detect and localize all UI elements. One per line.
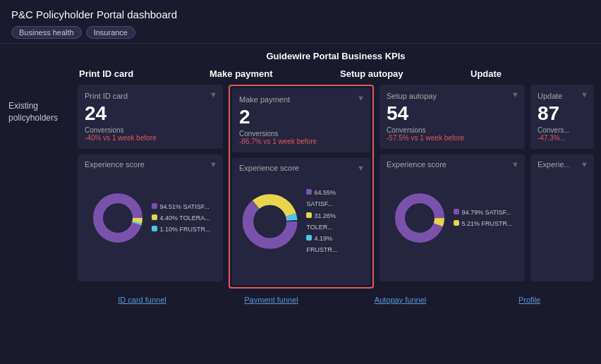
footer-link-id-card-funnel[interactable]: ID card funnel <box>78 293 207 307</box>
card-print-id-conversions: ▼ Print ID card 24 Conversions -40% vs 1… <box>78 85 223 149</box>
score-title-print-id: Experience score <box>85 160 145 169</box>
col-header-update: Update <box>469 68 594 82</box>
card-update-number: 87 <box>538 103 587 125</box>
score-title-update: Experie... <box>538 160 570 169</box>
filter-icon-score-update[interactable]: ▼ <box>581 160 588 169</box>
footer-link-profile[interactable]: Profile <box>465 293 594 307</box>
donut-chart-print-id <box>90 190 146 246</box>
card-update-conversions: ▼ Update 87 Convers... -47.3%... <box>530 85 594 149</box>
filter-icon-score-print-id[interactable]: ▼ <box>210 160 217 169</box>
donut-legend-print-id: 94.51% SATISF... 4.40% TOLERA... 1.10% F… <box>152 201 210 236</box>
main-container: Existingpolicyholders Guidewire Portal B… <box>0 44 601 364</box>
card-print-id-change: -40% vs 1 week before <box>85 134 216 142</box>
card-setup-autopay-number: 54 <box>387 103 518 125</box>
tag-business-health[interactable]: Business health <box>11 26 82 39</box>
highlight-wrapper: ▼ Make payment 2 Conversions -86.7% vs 1… <box>229 85 374 289</box>
donut-wrapper-setup-autopay: 94.79% SATISF... 5.21% FRUSTR... <box>391 190 512 246</box>
score-title-make-payment: Experience score <box>239 164 299 172</box>
card-update-title: Update <box>538 92 587 100</box>
filter-icon-make-payment[interactable]: ▼ <box>357 94 365 102</box>
sidebar-label: Existingpolicyholders <box>8 100 78 124</box>
card-setup-autopay-title: Setup autopay <box>387 92 518 100</box>
donut-chart-setup-autopay <box>391 190 448 246</box>
filter-icon-score-setup-autopay[interactable]: ▼ <box>511 160 519 169</box>
card-update-change: -47.3%... <box>538 134 587 142</box>
footer-link-payment-funnel[interactable]: Payment funnel <box>207 293 336 307</box>
tag-list: Business health Insurance <box>11 26 590 39</box>
sidebar: Existingpolicyholders <box>0 44 78 364</box>
col-header-label-make-payment: Make payment <box>208 68 333 79</box>
score-title-setup-autopay: Experience score <box>387 160 447 169</box>
col-header-label-update: Update <box>469 68 594 79</box>
svg-point-3 <box>104 204 132 232</box>
footer-links: ID card funnel Payment funnel Autopay fu… <box>78 293 594 307</box>
col-header-setup-autopay: Setup autopay <box>339 68 463 82</box>
column-print-id: ▼ Print ID card 24 Conversions -40% vs 1… <box>78 85 223 289</box>
donut-wrapper-print-id: 94.51% SATISF... 4.40% TOLERA... 1.10% F… <box>90 190 210 246</box>
col-header-print-id: Print ID card <box>78 68 202 82</box>
card-make-payment-subtitle: Conversions <box>239 130 363 138</box>
filter-icon-update[interactable]: ▼ <box>581 90 588 99</box>
filter-icon-score-make-payment[interactable]: ▼ <box>357 164 365 172</box>
svg-point-7 <box>253 205 286 238</box>
col-header-label-print-id: Print ID card <box>78 68 202 79</box>
donut-legend-setup-autopay: 94.79% SATISF... 5.21% FRUSTR... <box>454 207 512 229</box>
score-card-print-id: ▼ Experience score 94.51% SATISF... 4.40… <box>78 154 223 281</box>
content-area: Guidewire Portal Business KPIs Print ID … <box>78 44 601 364</box>
tag-insurance[interactable]: Insurance <box>86 26 135 39</box>
card-make-payment-title: Make payment <box>239 95 363 104</box>
column-headers-row: Print ID card Make payment Setup autopay… <box>78 68 594 82</box>
card-print-id-subtitle: Conversions <box>85 126 216 134</box>
donut-chart-make-payment <box>239 190 300 253</box>
section-title: Guidewire Portal Business KPIs <box>78 51 594 61</box>
page-title: P&C Policyholder Portal dashboard <box>11 8 590 20</box>
card-print-id-number: 24 <box>85 103 216 125</box>
filter-icon-print-id[interactable]: ▼ <box>210 90 217 99</box>
column-update: ▼ Update 87 Convers... -47.3%... ▼ Exper… <box>530 85 594 289</box>
col-header-label-setup-autopay: Setup autopay <box>339 68 463 79</box>
card-print-id-title: Print ID card <box>85 92 216 100</box>
score-card-make-payment: ▼ Experience score <box>232 158 370 285</box>
score-card-update: ▼ Experie... <box>530 154 594 281</box>
column-setup-autopay: ▼ Setup autopay 54 Conversions -57.5% vs… <box>380 85 525 289</box>
card-make-payment-conversions: ▼ Make payment 2 Conversions -86.7% vs 1… <box>232 88 370 152</box>
card-update-subtitle: Convers... <box>538 126 587 134</box>
card-make-payment-change: -86.7% vs 1 week before <box>239 138 363 145</box>
card-setup-autopay-conversions: ▼ Setup autopay 54 Conversions -57.5% vs… <box>380 85 525 149</box>
card-setup-autopay-change: -57.5% vs 1 week before <box>387 134 518 142</box>
score-card-setup-autopay: ▼ Experience score 94.79% SATISF... 5.21… <box>380 154 525 281</box>
filter-icon-setup-autopay[interactable]: ▼ <box>511 90 519 99</box>
card-setup-autopay-subtitle: Conversions <box>387 126 518 134</box>
col-header-make-payment: Make payment <box>208 68 333 82</box>
card-make-payment-number: 2 <box>239 107 363 128</box>
header: P&C Policyholder Portal dashboard Busine… <box>0 0 601 44</box>
footer-link-autopay-funnel[interactable]: Autopay funnel <box>336 293 465 307</box>
donut-wrapper-make-payment: 64.55% SATISF... 31.26% TOLER... 4.19% F… <box>239 187 363 255</box>
column-make-payment: ▼ Make payment 2 Conversions -86.7% vs 1… <box>229 85 374 289</box>
cards-row: ▼ Print ID card 24 Conversions -40% vs 1… <box>78 85 594 289</box>
svg-point-10 <box>406 204 434 232</box>
donut-legend-make-payment: 64.55% SATISF... 31.26% TOLER... 4.19% F… <box>306 187 363 255</box>
